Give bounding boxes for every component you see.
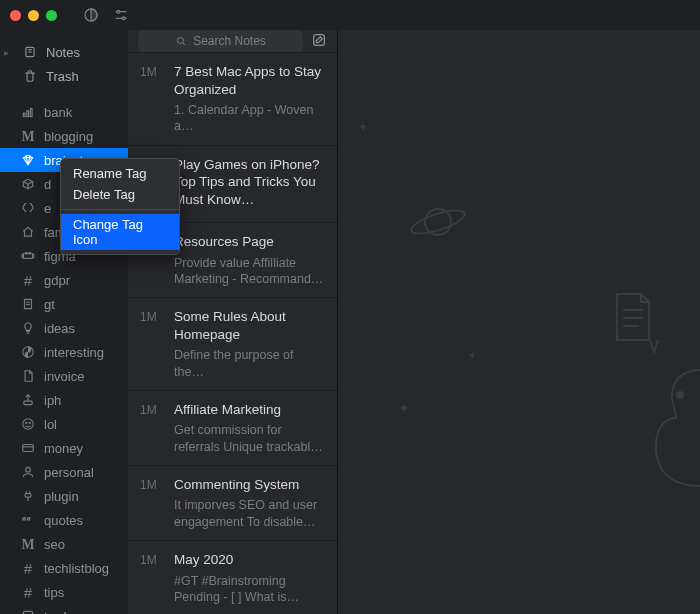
- person-icon: [20, 465, 36, 479]
- svg-rect-31: [314, 34, 325, 45]
- hash-icon: #: [20, 272, 36, 289]
- menu-item-delete-tag[interactable]: Delete Tag: [61, 184, 179, 205]
- sidebar-item-label: Trash: [46, 69, 79, 84]
- search-placeholder: Search Notes: [193, 34, 266, 48]
- note-age: 1M: [140, 308, 164, 380]
- contrast-icon[interactable]: [83, 7, 99, 23]
- svg-point-4: [122, 17, 125, 20]
- card-icon: [20, 441, 36, 455]
- note-excerpt: 1. Calendar App - Woven a…: [174, 102, 325, 135]
- character-icon: [640, 330, 700, 590]
- upload-icon: [20, 393, 36, 407]
- sidebar-tag-lol[interactable]: lol: [0, 412, 128, 436]
- doc-icon: [20, 297, 36, 311]
- box-icon: [20, 177, 36, 191]
- note-title: Play Games on iPhone? Top Tips and Trick…: [174, 156, 325, 209]
- sidebar-tag-techlistblog[interactable]: #techlistblog: [0, 556, 128, 580]
- svg-point-29: [178, 38, 184, 44]
- menu-separator: [61, 209, 179, 210]
- sidebar-tag-gt[interactable]: gt: [0, 292, 128, 316]
- svg-point-37: [677, 392, 683, 398]
- svg-rect-13: [33, 255, 34, 257]
- note-list: Search Notes 1M 7 Best Mac Apps to Stay …: [128, 30, 338, 614]
- menu-item-change-tag-icon[interactable]: Change Tag Icon: [61, 214, 179, 250]
- note-item[interactable]: 1M 7 Best Mac Apps to Stay Organized 1. …: [128, 52, 337, 145]
- sidebar-tag-plugin[interactable]: plugin: [0, 484, 128, 508]
- sidebar-tag-money[interactable]: money: [0, 436, 128, 460]
- hash-icon: #: [20, 584, 36, 601]
- sidebar-tag-label: gt: [44, 297, 55, 312]
- note-excerpt: #GT #Brainstroming Pending - [ ] What is…: [174, 573, 325, 606]
- note-item[interactable]: 1M May 2020 #GT #Brainstroming Pending -…: [128, 540, 337, 614]
- sidebar-tag-label: interesting: [44, 345, 104, 360]
- sidebar-tag-gdpr[interactable]: #gdpr: [0, 268, 128, 292]
- svg-rect-15: [29, 253, 30, 254]
- star-icon: ✦: [358, 120, 368, 134]
- home-icon: [20, 225, 36, 239]
- sidebar-tag-ideas[interactable]: ideas: [0, 316, 128, 340]
- note-age: 1M: [140, 476, 164, 530]
- note-excerpt: Define the purpose of the…: [174, 347, 325, 380]
- sidebar-item-notes[interactable]: ▸ Notes: [0, 40, 128, 64]
- note-age: 1M: [140, 551, 164, 605]
- note-item[interactable]: 1M Commenting System It imporves SEO and…: [128, 465, 337, 540]
- sidebar-tag-label: d: [44, 177, 51, 192]
- maximize-window-button[interactable]: [46, 10, 57, 21]
- sidebar-tag-label: iph: [44, 393, 61, 408]
- settings-sliders-icon[interactable]: [113, 7, 129, 23]
- sidebar-tag-label: lol: [44, 417, 57, 432]
- svg-rect-8: [23, 113, 25, 117]
- note-excerpt: Provide value Affilliate Marketing - Rec…: [174, 255, 325, 288]
- sidebar-tag-label: money: [44, 441, 83, 456]
- sidebar-tag-personal[interactable]: personal: [0, 460, 128, 484]
- svg-rect-11: [23, 254, 32, 259]
- note-title: Some Rules About Homepage: [174, 308, 325, 343]
- compose-button[interactable]: [311, 32, 327, 51]
- sidebar-tag-label: gdpr: [44, 273, 70, 288]
- note-item[interactable]: 1M Affiliate Marketing Get commission fo…: [128, 390, 337, 465]
- svg-point-26: [26, 467, 31, 472]
- window-traffic-lights[interactable]: [10, 10, 57, 21]
- hash-icon: #: [20, 560, 36, 577]
- sidebar-item-label: Notes: [46, 45, 80, 60]
- bars-icon: [20, 105, 36, 119]
- sidebar-tag-label: ideas: [44, 321, 75, 336]
- svg-point-33: [409, 206, 467, 239]
- sidebar-tag-bank[interactable]: bank: [0, 100, 128, 124]
- menu-item-rename-tag[interactable]: Rename Tag: [61, 163, 179, 184]
- svg-rect-27: [25, 494, 31, 498]
- sidebar-tag-tips[interactable]: #tips: [0, 580, 128, 604]
- smile-icon: [20, 417, 36, 431]
- minimize-window-button[interactable]: [28, 10, 39, 21]
- star-icon: ✦: [398, 400, 410, 416]
- sidebar-item-trash[interactable]: Trash: [0, 64, 128, 88]
- plug-icon: [20, 489, 36, 503]
- sidebar-tag-invoice[interactable]: invoice: [0, 364, 128, 388]
- star-icon: ·: [587, 560, 590, 571]
- sidebar: ▸ Notes Trash bankMbloggingbrainstordefa…: [0, 30, 128, 614]
- svg-point-2: [117, 10, 120, 13]
- sidebar-tag-iph[interactable]: iph: [0, 388, 128, 412]
- search-input[interactable]: Search Notes: [138, 30, 303, 52]
- quote-icon: [20, 513, 36, 527]
- sidebar-tag-label: personal: [44, 465, 94, 480]
- svg-rect-24: [23, 445, 34, 452]
- check-icon: [20, 609, 36, 614]
- sidebar-tag-to-do[interactable]: to-do: [0, 604, 128, 614]
- svg-point-22: [26, 422, 27, 423]
- sidebar-tag-label: to-do: [44, 609, 74, 615]
- close-window-button[interactable]: [10, 10, 21, 21]
- svg-point-23: [29, 422, 30, 423]
- note-title: Commenting System: [174, 476, 325, 494]
- sidebar-tag-label: invoice: [44, 369, 84, 384]
- svg-rect-12: [22, 255, 23, 257]
- sidebar-tag-blogging[interactable]: Mblogging: [0, 124, 128, 148]
- sidebar-tag-interesting[interactable]: interesting: [0, 340, 128, 364]
- note-title: Resources Page: [174, 233, 325, 251]
- sidebar-tag-quotes[interactable]: quotes: [0, 508, 128, 532]
- sidebar-tag-seo[interactable]: Mseo: [0, 532, 128, 556]
- sidebar-tag-label: blogging: [44, 129, 93, 144]
- note-item[interactable]: 1M Some Rules About Homepage Define the …: [128, 297, 337, 390]
- star-icon: ·: [508, 50, 511, 61]
- editor-pane: ✦ ✦ ✦ · · · ·: [338, 30, 700, 614]
